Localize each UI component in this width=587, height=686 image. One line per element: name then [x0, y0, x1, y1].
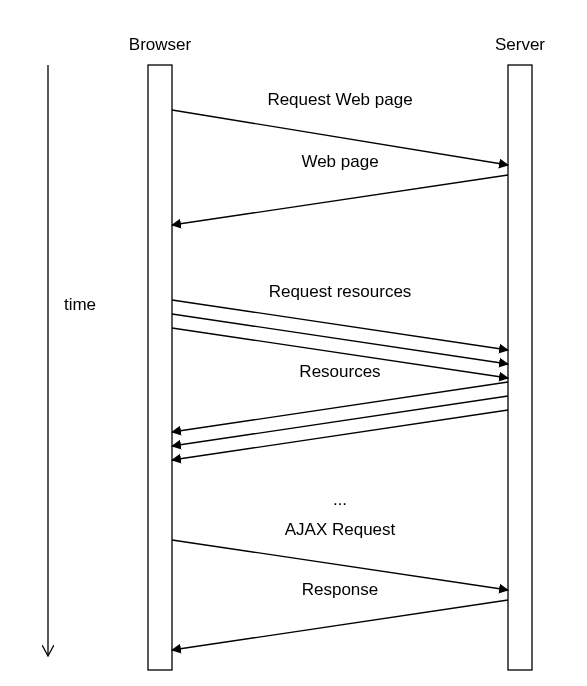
server-lifeline — [508, 65, 532, 670]
msg-request-resources-label: Request resources — [269, 282, 412, 301]
browser-lifeline — [148, 65, 172, 670]
msg-response-label: Response — [302, 580, 379, 599]
actor-server-label: Server — [495, 35, 545, 54]
msg-ajax-request-label: AJAX Request — [285, 520, 396, 539]
msg-resources-arrow-2 — [172, 396, 508, 446]
actor-browser-label: Browser — [129, 35, 192, 54]
msg-resources-label: Resources — [299, 362, 380, 381]
msg-request-page-label: Request Web page — [267, 90, 412, 109]
msg-resources-arrow-1 — [172, 382, 508, 432]
msg-resources-arrow-3 — [172, 410, 508, 460]
msg-response-arrow — [172, 600, 508, 650]
msg-web-page-arrow — [172, 175, 508, 225]
msg-request-resources-arrow-1 — [172, 300, 508, 350]
msg-request-resources-arrow-2 — [172, 314, 508, 364]
msg-ellipsis: ... — [333, 490, 347, 509]
time-axis-label: time — [64, 295, 96, 314]
msg-web-page-label: Web page — [301, 152, 378, 171]
